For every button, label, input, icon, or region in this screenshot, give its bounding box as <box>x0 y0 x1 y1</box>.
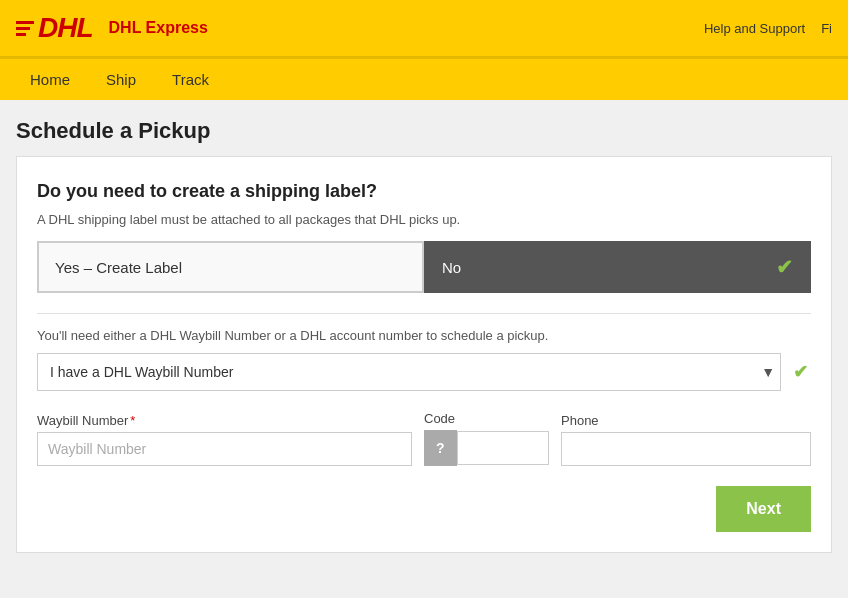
fields-row: Waybill Number* Code ? Phone <box>37 411 811 466</box>
dhl-line-2 <box>16 27 30 30</box>
pickup-card: Do you need to create a shipping label? … <box>16 156 832 553</box>
code-field-group: Code ? <box>424 411 549 466</box>
waybill-field-group: Waybill Number* <box>37 413 412 466</box>
main-content: Do you need to create a shipping label? … <box>0 156 848 569</box>
dhl-line-3 <box>16 33 26 36</box>
phone-field-group: Phone <box>561 413 811 466</box>
code-input[interactable] <box>457 431 549 465</box>
dhl-logo: DHL <box>16 12 93 44</box>
header-links: Help and Support Fi <box>704 21 832 36</box>
label-options: Yes – Create Label No ✔ <box>37 241 811 293</box>
next-button[interactable]: Next <box>716 486 811 532</box>
logo-area: DHL DHL Express <box>16 12 208 44</box>
checkmark-icon: ✔ <box>776 255 793 279</box>
help-support-link[interactable]: Help and Support <box>704 21 805 36</box>
waybill-type-select[interactable]: I have a DHL Waybill NumberI have a DHL … <box>37 353 781 391</box>
phone-input[interactable] <box>561 432 811 466</box>
code-help-button[interactable]: ? <box>424 430 457 466</box>
phone-label: Phone <box>561 413 811 428</box>
dhl-text: DHL <box>38 12 93 44</box>
header-link-2[interactable]: Fi <box>821 21 832 36</box>
code-label: Code <box>424 411 549 426</box>
dhl-line-1 <box>16 21 34 24</box>
nav-home[interactable]: Home <box>12 59 88 100</box>
page-title-area: Schedule a Pickup <box>0 100 848 156</box>
section-divider <box>37 313 811 314</box>
question-title: Do you need to create a shipping label? <box>37 181 811 202</box>
nav-bar: Home Ship Track <box>0 58 848 100</box>
nav-ship[interactable]: Ship <box>88 59 154 100</box>
waybill-label: Waybill Number* <box>37 413 412 428</box>
actions-row: Next <box>37 486 811 532</box>
waybill-info: You'll need either a DHL Waybill Number … <box>37 328 811 343</box>
select-valid-checkmark-icon: ✔ <box>793 361 808 383</box>
dhl-lines-icon <box>16 21 34 36</box>
question-subtitle: A DHL shipping label must be attached to… <box>37 212 811 227</box>
waybill-input[interactable] <box>37 432 412 466</box>
required-star: * <box>130 413 135 428</box>
waybill-select-wrapper: I have a DHL Waybill NumberI have a DHL … <box>37 353 811 391</box>
page-title: Schedule a Pickup <box>16 118 832 144</box>
no-button[interactable]: No ✔ <box>424 241 811 293</box>
brand-name: DHL Express <box>109 19 208 37</box>
nav-track[interactable]: Track <box>154 59 227 100</box>
yes-create-label-button[interactable]: Yes – Create Label <box>37 241 424 293</box>
header: DHL DHL Express Help and Support Fi <box>0 0 848 58</box>
code-field-row: ? <box>424 430 549 466</box>
